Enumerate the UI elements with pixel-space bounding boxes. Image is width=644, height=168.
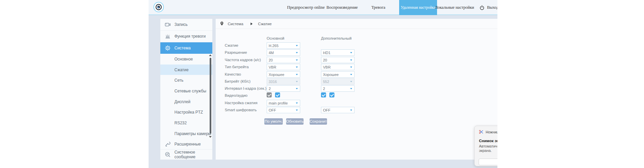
- submenu-item-compression[interactable]: Сжатие: [160, 65, 212, 75]
- select-smart-encode-sub[interactable]: OFF: [321, 107, 355, 113]
- chevron-down-icon: [350, 88, 352, 89]
- system-submenu: Основное Сжатие Сеть Сетевые службы Дисп…: [160, 54, 212, 139]
- screenshot-canvas: Предпросмотр online Воспроизведение Трев…: [0, 0, 644, 168]
- submenu-item-rs232[interactable]: RS232: [160, 118, 212, 128]
- checkbox-audio-sub[interactable]: [329, 92, 334, 97]
- app-header: Предпросмотр online Воспроизведение Трев…: [149, 0, 497, 15]
- field-label-bitrate-type: Тип битрейта: [225, 65, 249, 69]
- default-button[interactable]: По умолч.: [264, 118, 283, 125]
- select-bitrate-type-main[interactable]: VBR: [267, 64, 300, 70]
- sidebar: Запись Функция тревоги: [160, 19, 212, 160]
- submenu-scrollbar[interactable]: [209, 54, 212, 138]
- alarm-siren-icon: [165, 33, 171, 39]
- breadcrumb-arrow-icon: [251, 23, 253, 25]
- toast-body-line: Автоматичес: [479, 144, 497, 148]
- chevron-down-icon: [296, 74, 298, 75]
- chevron-down-icon: [350, 52, 352, 53]
- toast-header: Ножницы: [479, 130, 497, 134]
- chevron-down-icon: [296, 81, 298, 82]
- scroll-up-icon[interactable]: [209, 54, 212, 56]
- field-label-resolution: Разрешение: [225, 50, 247, 54]
- breadcrumb-current: Сжатие: [258, 22, 271, 26]
- submenu-item-network[interactable]: Сеть: [160, 75, 212, 86]
- sidebar-item-label: Расширенные: [174, 142, 201, 146]
- select-framerate-main[interactable]: 20: [267, 57, 300, 63]
- chevron-down-icon: [296, 88, 298, 89]
- sidebar-item-system-message[interactable]: Системное сообщение: [160, 150, 212, 160]
- chevron-down-icon: [296, 102, 298, 104]
- field-label-smart-encode: Smart шифровать: [225, 108, 257, 112]
- chevron-down-icon: [350, 110, 352, 111]
- field-label-compression: Сжатие: [225, 43, 238, 47]
- field-label-video-audio: Видео/аудио: [225, 93, 248, 97]
- nav-remote-settings[interactable]: Удаленная настройка: [399, 0, 437, 15]
- browser-capture-area: Предпросмотр online Воспроизведение Трев…: [149, 0, 497, 168]
- checkbox-video-sub[interactable]: [321, 92, 326, 97]
- field-label-framerate: Частота кадров (к/с): [225, 58, 261, 62]
- chevron-down-icon: [350, 59, 352, 61]
- logout-label: Выход: [487, 5, 497, 10]
- power-icon: [479, 5, 485, 10]
- sidebar-item-advanced[interactable]: Расширенные: [160, 139, 212, 149]
- field-label-quality: Качество: [225, 72, 241, 76]
- save-button[interactable]: Сохранить: [310, 118, 327, 125]
- breadcrumb: Система Сжатие: [216, 19, 497, 29]
- column-header-main-stream: Основной: [267, 36, 284, 40]
- column-header-sub-stream: Дополнительный: [321, 36, 352, 40]
- select-profile-main[interactable]: main profile: [267, 100, 300, 106]
- field-label-bitrate: Битрейт (Кб/с): [225, 79, 251, 83]
- toast-action-button[interactable]: [479, 159, 497, 165]
- logout-button[interactable]: Выход: [479, 0, 497, 15]
- submenu-item-camera-params[interactable]: Параметры камеры: [160, 128, 212, 139]
- nav-playback[interactable]: Воспроизведение: [326, 0, 358, 15]
- refresh-button[interactable]: Обновить: [286, 118, 304, 125]
- select-quality-main[interactable]: Хорошее: [267, 71, 300, 78]
- chevron-down-icon: [350, 81, 352, 82]
- select-compression-main[interactable]: H.265: [267, 42, 300, 49]
- submenu-item-display[interactable]: Дисплей: [160, 96, 212, 107]
- video-camera-icon: [165, 22, 171, 28]
- checkbox-video-main: [267, 92, 272, 97]
- select-resolution-sub[interactable]: HD1: [321, 49, 355, 56]
- select-bitrate-type-sub[interactable]: VBR: [321, 64, 355, 70]
- select-bitrate-main: 3316: [267, 78, 300, 85]
- chevron-down-icon: [296, 67, 298, 68]
- chevron-down-icon: [296, 59, 298, 61]
- submenu-item-network-services[interactable]: Сетевые службы: [160, 86, 212, 96]
- sidebar-item-system[interactable]: Система: [160, 42, 212, 54]
- select-resolution-main[interactable]: 4M: [267, 49, 300, 56]
- scroll-down-icon[interactable]: [209, 136, 212, 138]
- breadcrumb-parent[interactable]: Система: [228, 22, 243, 26]
- select-bitrate-sub: 552: [321, 78, 355, 85]
- select-iframe-interval-sub[interactable]: 2: [321, 85, 355, 92]
- toast-body-line: экрана.: [479, 149, 492, 153]
- report-magnifier-icon: [165, 152, 171, 158]
- submenu-item-general[interactable]: Основное: [160, 54, 212, 65]
- sidebar-item-label: Запись: [174, 22, 187, 27]
- field-label-profile: Настройка сжатия: [225, 101, 257, 105]
- select-quality-sub[interactable]: Хорошее: [321, 71, 355, 78]
- toast-app-name: Ножницы: [486, 130, 497, 134]
- toast-title: Снимок экра: [479, 139, 497, 143]
- select-framerate-sub[interactable]: 20: [321, 57, 355, 63]
- sidebar-item-label: Функция тревоги: [174, 34, 206, 39]
- select-smart-encode-main[interactable]: OFF: [267, 107, 300, 113]
- chevron-down-icon: [350, 74, 352, 75]
- chevron-down-icon: [296, 52, 298, 53]
- sidebar-item-alarm-function[interactable]: Функция тревоги: [160, 31, 212, 42]
- field-label-iframe-interval: Интервал I-кадра (сек.): [225, 86, 266, 90]
- nav-local-settings[interactable]: Локальные настройки: [435, 0, 474, 15]
- wrench-icon: [165, 141, 171, 147]
- nav-preview-online[interactable]: Предпросмотр online: [287, 0, 325, 15]
- gear-icon: [165, 45, 171, 51]
- sidebar-item-record[interactable]: Запись: [160, 19, 212, 30]
- scrollbar-thumb[interactable]: [210, 58, 211, 134]
- checkbox-audio-main[interactable]: [275, 92, 280, 97]
- select-iframe-interval-main[interactable]: 2: [267, 85, 300, 92]
- chevron-down-icon: [296, 110, 298, 111]
- sidebar-item-label: Системное сообщение: [174, 150, 212, 159]
- nav-alarm[interactable]: Тревога: [371, 0, 385, 15]
- snipping-tool-toast: Ножницы Снимок экра Автоматичес экрана.: [474, 126, 497, 166]
- submenu-item-ptz-setup[interactable]: Настройка PTZ: [160, 107, 212, 118]
- location-pin-icon: [220, 21, 224, 26]
